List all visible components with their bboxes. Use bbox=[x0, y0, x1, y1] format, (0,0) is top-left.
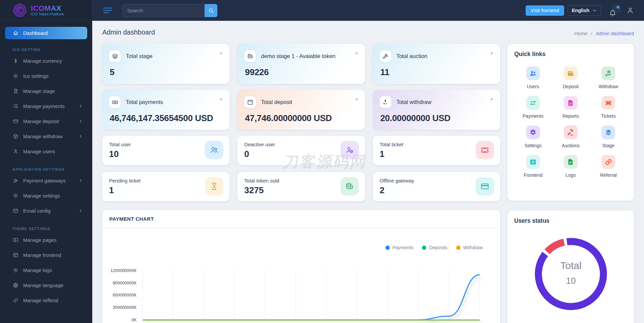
breadcrumb-current: Admin dashboard bbox=[596, 31, 634, 36]
arrow-up-right-icon bbox=[218, 51, 223, 56]
sidebar-item-manage-frontend[interactable]: Manage frontend bbox=[5, 248, 87, 263]
language-value: English bbox=[572, 8, 589, 13]
brand-tagline: ICO Token Platform bbox=[31, 12, 64, 16]
sidebar-item-manage-payments[interactable]: Manage payments bbox=[5, 99, 87, 114]
brand-logo[interactable]: C ICOMAX ICO Token Platform bbox=[0, 0, 92, 21]
stat-card-total-deposit[interactable]: Total deposit47,746.00000000 USD bbox=[237, 90, 365, 130]
sidebar-item-manage-stage[interactable]: Manage stage bbox=[5, 84, 87, 99]
quick-link-deposit[interactable]: Deposit bbox=[563, 66, 579, 96]
mail-icon bbox=[13, 208, 18, 214]
quick-link-users[interactable]: Users bbox=[526, 66, 540, 96]
chevron-right-icon bbox=[78, 209, 83, 213]
arrow-up-right-icon bbox=[354, 51, 359, 56]
stat-card-demo-stage-1-avaiable-token[interactable]: demo stage 1 - Avaiable token99226 bbox=[237, 44, 365, 84]
visit-frontend-button[interactable]: Visit frontend bbox=[526, 5, 564, 16]
language-select[interactable]: English bbox=[568, 5, 601, 16]
legend-payments[interactable]: Payments bbox=[385, 245, 413, 250]
search-button[interactable] bbox=[205, 4, 217, 17]
sidebar-item-manage-users[interactable]: Manage users bbox=[5, 144, 87, 159]
stat-card-total-stage[interactable]: Total stage5 bbox=[102, 44, 229, 84]
search-input[interactable] bbox=[122, 4, 205, 17]
stat-card-offline-gateway[interactable]: Offline gateway2 bbox=[373, 172, 500, 201]
svg-text:10: 10 bbox=[566, 276, 576, 286]
link-icon bbox=[13, 298, 18, 303]
notifications-button[interactable] bbox=[609, 4, 621, 17]
file-solid-icon bbox=[564, 155, 578, 169]
sidebar-item-manage-deposit[interactable]: Manage deposit bbox=[5, 114, 87, 129]
transfer-solid-icon bbox=[526, 96, 540, 110]
sidebar-item-payment-gateways[interactable]: Payment gateways bbox=[5, 173, 87, 188]
stat-card-total-ticket[interactable]: Total ticket1 bbox=[373, 136, 500, 165]
legend-deposits[interactable]: Deposits bbox=[422, 245, 447, 250]
payment-chart-title: PAYMENT CHART bbox=[102, 210, 500, 228]
breadcrumb: Home / Admin dashboard bbox=[574, 31, 634, 36]
sidebar-item-manage-currency[interactable]: Manage currency bbox=[5, 53, 87, 68]
stat-card-pending-ticket[interactable]: Pending ticket1 bbox=[102, 172, 229, 201]
chevron-right-icon bbox=[78, 104, 83, 108]
quick-link-stage[interactable]: Stage bbox=[601, 125, 615, 155]
search-box bbox=[122, 4, 217, 17]
stat-card-total-withdraw[interactable]: Total withdraw20.00000000 USD bbox=[373, 90, 500, 130]
sidebar-item-ico-settings[interactable]: Ico settings bbox=[5, 68, 87, 84]
hourglass-icon bbox=[205, 177, 223, 196]
menu-toggle-icon[interactable] bbox=[103, 6, 112, 15]
quick-link-settings[interactable]: Settings bbox=[525, 125, 542, 155]
arrow-up-right-icon bbox=[354, 97, 359, 102]
svg-text:Total: Total bbox=[560, 260, 581, 271]
gear-solid-icon bbox=[526, 125, 540, 139]
brand-logo-icon: C bbox=[12, 3, 28, 18]
sidebar: C ICOMAX ICO Token Platform DashboardICO… bbox=[0, 0, 92, 323]
stat-value: 5 bbox=[110, 67, 223, 77]
quick-link-referral[interactable]: Referral bbox=[600, 155, 617, 184]
arrow-up-right-icon bbox=[489, 97, 494, 102]
grid-solid-icon bbox=[526, 155, 540, 169]
sidebar-item-dashboard[interactable]: Dashboard bbox=[5, 27, 87, 39]
card-icon bbox=[13, 118, 18, 124]
withdraw-solid-icon: $ bbox=[601, 66, 615, 80]
hand-dollar-icon bbox=[380, 96, 391, 108]
gear-icon bbox=[13, 73, 18, 79]
quick-link-payments[interactable]: Payments bbox=[523, 96, 543, 125]
sidebar-item-manage-refferal[interactable]: Manage refferal bbox=[5, 293, 87, 308]
stat-card-total-auction[interactable]: Total auction11 bbox=[373, 44, 500, 84]
sidebar-item-manage-logs[interactable]: Manage logs bbox=[5, 263, 87, 278]
chevron-right-icon bbox=[78, 178, 83, 183]
quick-link-frontend[interactable]: Frontend bbox=[524, 155, 542, 184]
stat-card-total-user[interactable]: Total user10 bbox=[102, 136, 229, 165]
chevron-right-icon bbox=[78, 119, 83, 123]
sidebar-item-email-config[interactable]: Email config bbox=[5, 203, 87, 218]
gavel-solid-icon bbox=[564, 125, 578, 139]
home-icon bbox=[13, 30, 18, 36]
quick-link-auctions[interactable]: Auctions bbox=[562, 125, 580, 155]
sidebar-item-manage-language[interactable]: Manage language bbox=[5, 278, 87, 293]
brand-name: ICOMAX bbox=[31, 4, 64, 12]
sidebar-item-manage-withdraw[interactable]: Manage withdraw bbox=[5, 129, 87, 144]
legend-withdraw[interactable]: Withdraw bbox=[456, 245, 483, 250]
banknote-icon bbox=[109, 96, 121, 108]
quick-link-withdraw[interactable]: $Withdraw bbox=[599, 66, 618, 96]
stat-card-total-token-sold[interactable]: Total token sold3275 bbox=[237, 172, 365, 201]
stat-value: 11 bbox=[380, 67, 493, 77]
stat-card-total-payments[interactable]: Total payments46,746,147.35654500 USD bbox=[102, 90, 229, 130]
quick-link-tickets[interactable]: Tickets bbox=[601, 96, 616, 125]
quick-link-reports[interactable]: Reports bbox=[562, 96, 579, 125]
bell-icon bbox=[609, 10, 616, 17]
sidebar-item-manage-settings[interactable]: Manage settings bbox=[5, 188, 87, 203]
svg-text:C: C bbox=[18, 7, 22, 14]
svg-text:300000000K: 300000000K bbox=[113, 305, 137, 310]
sidebar-item-manage-pages[interactable]: Manage pages bbox=[5, 232, 87, 248]
stat-value: 47,746.00000000 USD bbox=[245, 113, 358, 123]
quick-link-logs[interactable]: Logs bbox=[564, 155, 578, 184]
wallet-solid-icon bbox=[564, 66, 578, 80]
profile-icon[interactable] bbox=[627, 7, 634, 14]
stat-card-deactive-user[interactable]: Deactive user0 bbox=[237, 136, 365, 165]
chevron-right-icon bbox=[78, 134, 83, 139]
stat-value: 99226 bbox=[245, 67, 358, 77]
svg-text:1200000000K: 1200000000K bbox=[110, 268, 137, 273]
legend-dot bbox=[385, 246, 390, 250]
gear-icon bbox=[13, 193, 18, 199]
svg-text:0K: 0K bbox=[131, 318, 137, 322]
breadcrumb-home[interactable]: Home bbox=[574, 31, 587, 36]
users-icon bbox=[205, 141, 223, 159]
svg-text:$: $ bbox=[608, 70, 609, 73]
